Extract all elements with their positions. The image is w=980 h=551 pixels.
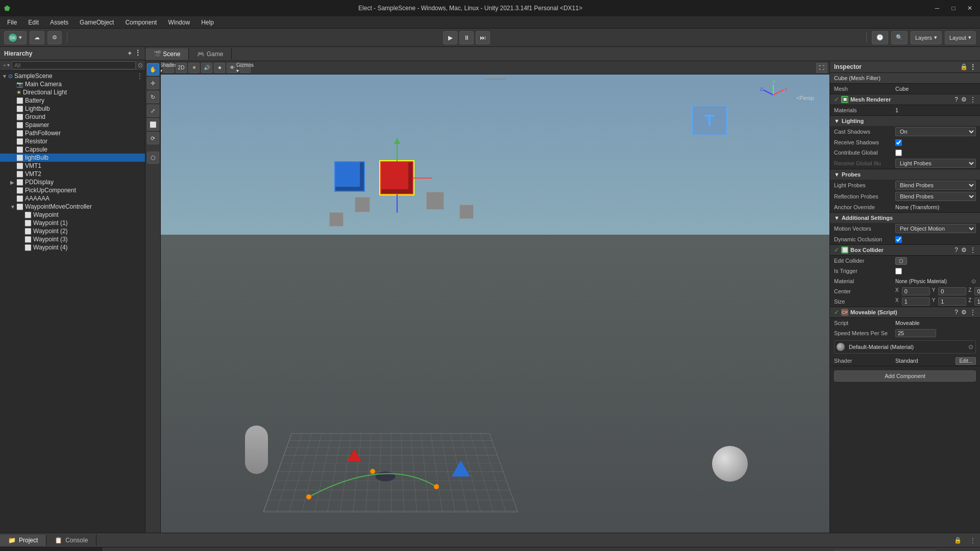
tool-transform[interactable]: ⟳ <box>147 132 159 144</box>
speed-input[interactable] <box>895 329 936 337</box>
hierarchy-filter-btn[interactable]: ⊙ <box>138 62 143 69</box>
hierarchy-item-vmt1[interactable]: ⬜ VMT1 <box>0 162 145 170</box>
additional-settings-header[interactable]: ▼ Additional Settings <box>830 213 980 223</box>
material-picker-btn[interactable]: ⊙ <box>971 278 976 285</box>
hierarchy-item-samplescene[interactable]: ▼ ⊙ SampleScene ⋮ <box>0 72 145 80</box>
hierarchy-menu-btn[interactable]: ⋮ <box>135 49 141 58</box>
mv-settings-btn[interactable]: ⚙ <box>961 309 967 316</box>
search-button[interactable]: 🔍 <box>891 31 908 44</box>
bc-settings-btn[interactable]: ⚙ <box>961 246 967 254</box>
lighting-header[interactable]: ▼ Lighting <box>830 116 980 126</box>
hierarchy-search-input[interactable] <box>12 61 136 69</box>
menu-window[interactable]: Window <box>163 18 195 27</box>
hierarchy-item-battery[interactable]: ⬜ Battery <box>0 96 145 105</box>
tab-scene[interactable]: 🎬 Scene <box>145 48 189 60</box>
hierarchy-item-waypoint1[interactable]: ⬜ Waypoint (1) <box>0 219 145 227</box>
history-button[interactable]: 🕐 <box>872 31 888 44</box>
tool-scale[interactable]: ⤢ <box>147 105 159 117</box>
bottom-panel-lock[interactable]: 🔒 <box>950 537 966 544</box>
hierarchy-item-waypoint4[interactable]: ⬜ Waypoint (4) <box>0 243 145 252</box>
tool-rect[interactable]: ⬜ <box>147 118 159 131</box>
hierarchy-item-waypoint[interactable]: ⬜ Waypoint <box>0 211 145 219</box>
step-button[interactable]: ⏭ <box>476 31 490 44</box>
hierarchy-item-ground[interactable]: ⬜ Ground <box>0 113 145 121</box>
motion-vectors-select[interactable]: Per Object Motion <box>895 224 976 233</box>
hierarchy-item-directionallight[interactable]: ☀ Directional Light <box>0 88 145 96</box>
cloud-button[interactable]: ☁ <box>30 31 44 44</box>
cast-shadows-select[interactable]: OnOff <box>895 127 976 136</box>
receive-shadows-checkbox[interactable] <box>895 139 902 146</box>
dynamic-occlusion-checkbox[interactable] <box>895 236 902 243</box>
menu-component[interactable]: Component <box>120 18 162 27</box>
mr-menu-btn[interactable]: ⋮ <box>970 96 976 103</box>
inspector-lock-btn[interactable]: 🔒 <box>960 63 968 70</box>
maximize-button[interactable]: □ <box>947 2 960 14</box>
menu-help[interactable]: Help <box>196 18 219 27</box>
hierarchy-add-btn[interactable]: ＋ <box>127 49 133 58</box>
hierarchy-item-maincamera[interactable]: 📷 Main Camera <box>0 80 145 88</box>
center-z[interactable] <box>974 287 980 295</box>
tool-custom[interactable]: ⬡ <box>147 152 159 164</box>
pause-button[interactable]: ⏸ <box>459 31 474 44</box>
fullscreen-button[interactable]: ⛶ <box>816 63 827 73</box>
close-button[interactable]: ✕ <box>964 2 976 14</box>
account-button[interactable]: SK ▾ <box>4 31 27 44</box>
light-probes-select[interactable]: Blend Probes <box>895 181 976 190</box>
size-x[interactable] <box>902 297 930 306</box>
scene-canvas[interactable]: T X Y Z <Persp <box>161 74 829 533</box>
hierarchy-item-resistor[interactable]: ⬜ Resistor <box>0 137 145 145</box>
tab-game[interactable]: 🎮 Game <box>189 48 232 60</box>
is-trigger-checkbox[interactable] <box>895 268 902 274</box>
hierarchy-item-pddisplay[interactable]: ▶ ⬜ PDDisplay <box>0 178 145 186</box>
inspector-menu-btn[interactable]: ⋮ <box>970 63 976 70</box>
tool-rotate[interactable]: ↻ <box>147 91 159 103</box>
bc-help-btn[interactable]: ? <box>954 246 958 254</box>
hierarchy-item-waypoint3[interactable]: ⬜ Waypoint (3) <box>0 235 145 243</box>
menu-assets[interactable]: Assets <box>45 18 74 27</box>
mv-help-btn[interactable]: ? <box>954 309 958 316</box>
tab-console[interactable]: 📋 Console <box>46 535 96 546</box>
size-z[interactable] <box>974 297 980 306</box>
bc-menu-btn[interactable]: ⋮ <box>970 246 976 254</box>
bottom-panel-menu[interactable]: ⋮ <box>966 537 980 544</box>
box-collider-header[interactable]: ✓ ⬜ Box Collider ? ⚙ ⋮ <box>830 245 980 256</box>
hierarchy-item-pickupcomponent[interactable]: ⬜ PickUpComponent <box>0 186 145 194</box>
contribute-global-checkbox[interactable] <box>895 149 902 156</box>
mv-menu-btn[interactable]: ⋮ <box>970 309 976 316</box>
tool-translate[interactable]: ✛ <box>147 77 159 89</box>
hierarchy-item-vmt2[interactable]: ⬜ VMT2 <box>0 170 145 178</box>
material-picker2-btn[interactable]: ⊙ <box>968 343 973 350</box>
center-y[interactable] <box>938 287 966 295</box>
center-x[interactable] <box>902 287 930 295</box>
settings-button[interactable]: ⚙ <box>47 31 62 44</box>
hierarchy-item-waypointmovecontroller[interactable]: ▼ ⬜ WaypointMoveController <box>0 203 145 211</box>
hierarchy-item-pathfollower[interactable]: ⬜ PathFollower <box>0 129 145 137</box>
add-component-button[interactable]: Add Component <box>834 370 976 382</box>
fx-toggle[interactable]: ★ <box>214 63 225 73</box>
shader-edit-btn[interactable]: Edit... <box>955 357 976 365</box>
reflection-probes-select[interactable]: Blend Probes <box>895 192 976 201</box>
hierarchy-item-menu[interactable]: ⋮ <box>137 72 143 80</box>
edit-collider-btn[interactable]: ⬡ <box>895 257 907 265</box>
moveable-header[interactable]: ✓ C# Moveable (Script) ? ⚙ ⋮ <box>830 307 980 318</box>
tool-move[interactable]: ✋ <box>147 63 159 76</box>
layout-button[interactable]: Layout ▾ <box>945 31 976 44</box>
audio-toggle[interactable]: 🔊 <box>201 63 212 73</box>
receive-global-select[interactable]: Light Probes <box>895 159 976 168</box>
hierarchy-item-aaaaaa[interactable]: ⬜ AAAAAA <box>0 194 145 203</box>
gizmos-button[interactable]: Gizmos ▾ <box>239 63 251 73</box>
layers-button[interactable]: Layers ▾ <box>911 31 942 44</box>
play-button[interactable]: ▶ <box>443 31 457 44</box>
hierarchy-item-lightbulb1[interactable]: ⬜ Lightbulb <box>0 105 145 113</box>
hierarchy-item-waypoint2[interactable]: ⬜ Waypoint (2) <box>0 227 145 235</box>
hierarchy-item-lightbulb2[interactable]: ⬜ lightBulb <box>0 154 145 162</box>
menu-edit[interactable]: Edit <box>23 18 44 27</box>
2d-toggle[interactable]: 2D <box>176 63 187 73</box>
minimize-button[interactable]: ─ <box>931 2 943 14</box>
menu-file[interactable]: File <box>2 18 22 27</box>
probes-header[interactable]: ▼ Probes <box>830 169 980 180</box>
shading-button[interactable]: Shaded ▾ <box>163 63 174 73</box>
hierarchy-add-icon[interactable]: ＋▾ <box>2 62 10 69</box>
size-y[interactable] <box>938 297 966 306</box>
mesh-renderer-header[interactable]: ✓ 🔲 Mesh Renderer ? ⚙ ⋮ <box>830 94 980 105</box>
